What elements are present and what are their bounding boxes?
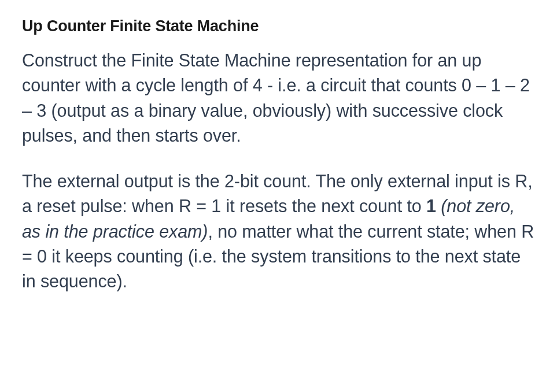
bold-text: 1: [426, 196, 436, 216]
paragraph-details: The external output is the 2-bit count. …: [22, 169, 535, 294]
page-title: Up Counter Finite State Machine: [22, 17, 535, 35]
paragraph-intro: Construct the Finite State Machine repre…: [22, 48, 535, 148]
